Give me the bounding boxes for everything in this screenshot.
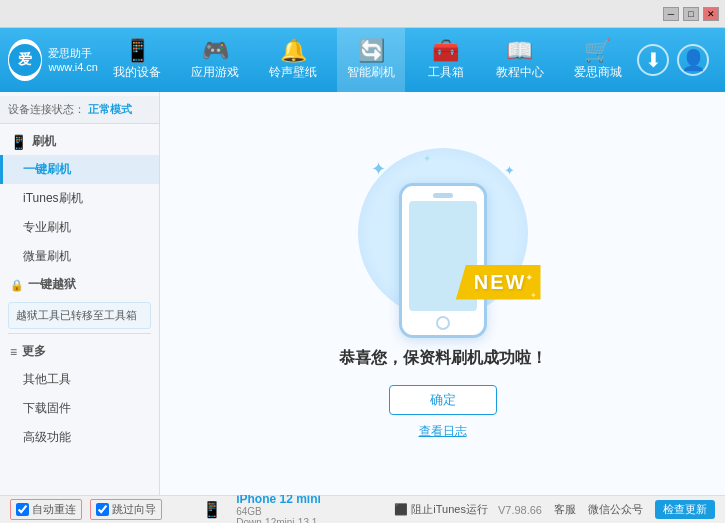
logo-name: 爱思助手	[48, 46, 98, 60]
micro-flash-label: 微量刷机	[23, 249, 71, 263]
sidebar-item-other-tools[interactable]: 其他工具	[0, 365, 159, 394]
nav-items: 📱 我的设备 🎮 应用游戏 🔔 铃声壁纸 🔄 智能刷机 🧰 工具箱 📖 教程中心…	[98, 28, 637, 92]
sidebar-item-micro-flash[interactable]: 微量刷机	[0, 242, 159, 271]
jailbreak-group-title: 🔒 一键越狱	[0, 271, 159, 298]
window-controls: ─ □ ✕	[663, 7, 719, 21]
hero-area: ✦ ✦ ✦ NEW ✦ ✦	[343, 148, 543, 338]
jailbreak-info-text: 越狱工具已转移至工具箱	[16, 308, 137, 323]
nav-apps[interactable]: 🎮 应用游戏	[181, 28, 249, 92]
device-detail: 64GB	[236, 506, 384, 517]
tutorials-label: 教程中心	[496, 64, 544, 81]
title-bar: ─ □ ✕	[0, 0, 725, 28]
success-text: 恭喜您，保资料刷机成功啦！	[339, 348, 547, 369]
lock-icon: 🔒	[10, 279, 24, 292]
logo-circle: 爱	[8, 39, 42, 81]
ringtone-label: 铃声壁纸	[269, 64, 317, 81]
itunes-flash-label: iTunes刷机	[23, 191, 83, 205]
more-icon: ≡	[10, 345, 17, 359]
ribbon-star2: ✦	[530, 291, 537, 300]
other-tools-label: 其他工具	[23, 372, 71, 386]
my-device-icon: 📱	[124, 40, 151, 62]
phone-body	[399, 183, 487, 338]
logo-text: 爱思助手 www.i4.cn	[48, 46, 98, 75]
toolbox-label: 工具箱	[428, 64, 464, 81]
content-pane: ✦ ✦ ✦ NEW ✦ ✦ 恭喜您，保资料刷机成功啦！	[160, 92, 725, 495]
logo-area: 爱 爱思助手 www.i4.cn	[8, 39, 98, 81]
nav-shop[interactable]: 🛒 爱思商城	[564, 28, 632, 92]
device-capacity: 64GB	[236, 506, 262, 517]
apps-label: 应用游戏	[191, 64, 239, 81]
device-info-bottom: iPhone 12 mini 64GB Down-12mini-13,1	[228, 492, 384, 524]
jailbreak-info-box: 越狱工具已转移至工具箱	[8, 302, 151, 329]
maximize-btn[interactable]: □	[683, 7, 699, 21]
ribbon-star1: ✦	[525, 272, 533, 283]
apps-icon: 🎮	[202, 40, 229, 62]
nav-toolbox[interactable]: 🧰 工具箱	[416, 28, 476, 92]
flash-group-icon: 📱	[10, 134, 27, 150]
smart-shop-label: 智能刷机	[347, 64, 395, 81]
sparkle-left: ✦	[371, 158, 386, 180]
stop-itunes-btn[interactable]: ⬛ 阻止iTunes运行	[394, 502, 488, 517]
more-group-title: ≡ 更多	[0, 338, 159, 365]
illustration-container: ✦ ✦ ✦ NEW ✦ ✦	[343, 148, 543, 338]
view-log-link[interactable]: 查看日志	[419, 423, 467, 440]
sidebar-item-one-click-flash[interactable]: 一键刷机	[0, 155, 159, 184]
auto-reconnect-label: 自动重连	[32, 502, 76, 517]
confirm-button[interactable]: 确定	[389, 385, 497, 415]
sidebar-item-pro-flash[interactable]: 专业刷机	[0, 213, 159, 242]
auto-reconnect-input[interactable]	[16, 503, 29, 516]
user-btn[interactable]: 👤	[677, 44, 709, 76]
tutorials-icon: 📖	[506, 40, 533, 62]
device-model: Down-12mini-13,1	[236, 517, 384, 524]
download-firmware-label: 下载固件	[23, 401, 71, 415]
logo-icon: 爱	[9, 44, 41, 76]
skip-wizard-label: 跳过向导	[112, 502, 156, 517]
sparkle-top: ✦	[423, 153, 431, 164]
sidebar: 设备连接状态： 正常模式 📱 刷机 一键刷机 iTunes刷机 专业刷机 微量刷…	[0, 92, 160, 495]
wechat-link[interactable]: 微信公众号	[588, 502, 643, 517]
skip-wizard-checkbox[interactable]: 跳过向导	[90, 499, 162, 520]
stop-itunes-label: 阻止iTunes运行	[411, 502, 488, 517]
advanced-label: 高级功能	[23, 430, 71, 444]
auto-reconnect-checkbox[interactable]: 自动重连	[10, 499, 82, 520]
nav-right: ⬇ 👤	[637, 44, 717, 76]
bottom-bar: 自动重连 跳过向导 📱 iPhone 12 mini 64GB Down-12m…	[0, 495, 725, 523]
skip-wizard-input[interactable]	[96, 503, 109, 516]
shop-icon: 🛒	[584, 40, 611, 62]
pro-flash-label: 专业刷机	[23, 220, 71, 234]
one-click-flash-label: 一键刷机	[23, 162, 71, 176]
nav-my-device[interactable]: 📱 我的设备	[103, 28, 171, 92]
device-icon: 📱	[202, 500, 222, 519]
smart-shop-icon: 🔄	[358, 40, 385, 62]
bottom-left: 自动重连 跳过向导	[10, 499, 192, 520]
status-value: 正常模式	[88, 103, 132, 115]
sidebar-item-download-firmware[interactable]: 下载固件	[0, 394, 159, 423]
phone-home-btn	[436, 316, 450, 330]
nav-ringtone[interactable]: 🔔 铃声壁纸	[259, 28, 327, 92]
jailbreak-label: 一键越狱	[28, 276, 76, 293]
version-text: V7.98.66	[498, 504, 542, 516]
sparkle-right: ✦	[504, 163, 515, 178]
download-btn[interactable]: ⬇	[637, 44, 669, 76]
top-nav: 爱 爱思助手 www.i4.cn 📱 我的设备 🎮 应用游戏 🔔 铃声壁纸 🔄 …	[0, 28, 725, 92]
main-area: 设备连接状态： 正常模式 📱 刷机 一键刷机 iTunes刷机 专业刷机 微量刷…	[0, 92, 725, 495]
update-btn[interactable]: 检查更新	[655, 500, 715, 519]
flash-group-title: 📱 刷机	[0, 128, 159, 155]
shop-label: 爱思商城	[574, 64, 622, 81]
connection-status: 设备连接状态： 正常模式	[0, 96, 159, 124]
minimize-btn[interactable]: ─	[663, 7, 679, 21]
status-label: 设备连接状态：	[8, 103, 85, 115]
flash-group-label: 刷机	[32, 133, 56, 150]
close-btn[interactable]: ✕	[703, 7, 719, 21]
nav-tutorials[interactable]: 📖 教程中心	[486, 28, 554, 92]
my-device-label: 我的设备	[113, 64, 161, 81]
bottom-right: V7.98.66 客服 微信公众号 检查更新	[498, 500, 715, 519]
phone-notch	[433, 193, 453, 198]
sidebar-item-advanced[interactable]: 高级功能	[0, 423, 159, 452]
device-info-section: 📱 iPhone 12 mini 64GB Down-12mini-13,1	[202, 492, 384, 524]
nav-smart-shop[interactable]: 🔄 智能刷机	[337, 28, 405, 92]
sidebar-item-itunes-flash[interactable]: iTunes刷机	[0, 184, 159, 213]
logo-url: www.i4.cn	[48, 60, 98, 74]
service-link[interactable]: 客服	[554, 502, 576, 517]
sidebar-divider	[8, 333, 151, 334]
